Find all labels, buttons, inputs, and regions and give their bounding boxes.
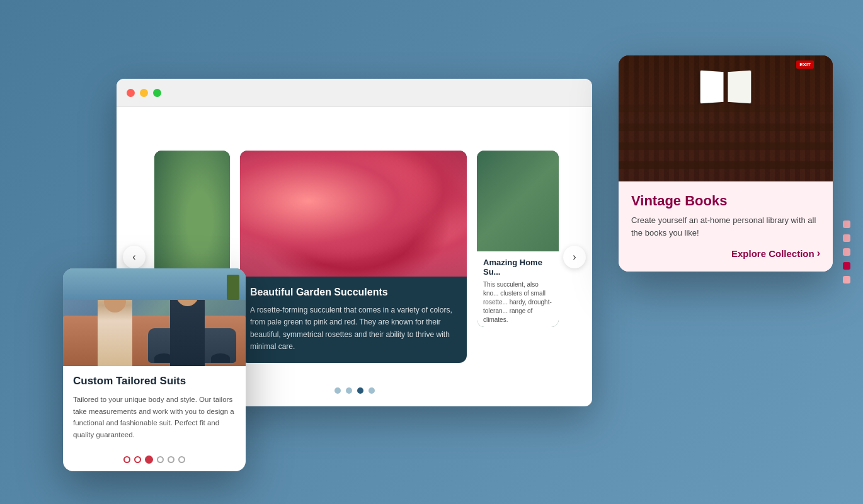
explore-collection-label: Explore Collection <box>731 248 814 259</box>
card-home-succulent[interactable]: Amazing Home Su... This succulent, also … <box>477 151 559 327</box>
suits-dot-4[interactable] <box>157 456 164 463</box>
sidebar-dot-3[interactable] <box>843 248 850 256</box>
sidebar-dots <box>843 220 850 284</box>
vintage-books-card: EXIT Vintage Books Create yourself an at… <box>619 55 833 272</box>
suits-body: Custom Tailored Suits Tailored to your u… <box>63 366 246 450</box>
open-book-icon <box>700 68 751 103</box>
sidebar-dot-1[interactable] <box>843 220 850 228</box>
sidebar-dot-4[interactable] <box>843 262 850 270</box>
carousel-dot-1[interactable] <box>334 387 341 394</box>
succulents-image <box>240 151 467 277</box>
suits-title: Custom Tailored Suits <box>73 375 236 387</box>
suits-image <box>63 268 246 366</box>
chevron-left-icon: ‹ <box>132 251 135 263</box>
vintage-books-image: EXIT <box>619 55 833 181</box>
succulents-card-body: Beautiful Garden Succulents A rosette-fo… <box>240 277 467 363</box>
vintage-books-description: Create yourself an at-home personal libr… <box>631 214 820 239</box>
bookshelf-visual: EXIT <box>619 55 833 181</box>
carousel-dot-4[interactable] <box>369 387 375 394</box>
vintage-books-body: Vintage Books Create yourself an at-home… <box>619 181 833 272</box>
carousel-dot-2[interactable] <box>346 387 352 394</box>
browser-titlebar <box>117 79 592 107</box>
suits-dot-3[interactable] <box>145 455 153 464</box>
carousel-dot-3[interactable] <box>357 387 363 394</box>
carousel-dots <box>334 387 375 394</box>
suits-card: Custom Tailored Suits Tailored to your u… <box>63 268 246 471</box>
home-succulent-image <box>477 151 559 251</box>
chevron-right-icon: › <box>573 251 576 263</box>
suits-dot-5[interactable] <box>168 456 174 463</box>
maximize-button[interactable] <box>153 89 161 97</box>
suits-dot-2[interactable] <box>134 456 141 463</box>
home-succulent-desc: This succulent, also kno... clusters of … <box>483 280 552 324</box>
succulents-description: A rosette-forming succulent that comes i… <box>250 304 457 353</box>
suits-visual <box>63 268 246 366</box>
home-succulent-title: Amazing Home Su... <box>483 258 552 277</box>
flower-pattern <box>240 151 467 277</box>
card-succulents[interactable]: Beautiful Garden Succulents A rosette-fo… <box>240 151 467 363</box>
sidebar-dot-2[interactable] <box>843 234 850 242</box>
close-button[interactable] <box>127 89 135 97</box>
suits-dot-1[interactable] <box>123 456 130 463</box>
home-succulent-body: Amazing Home Su... This succulent, also … <box>477 251 559 327</box>
vintage-books-title: Vintage Books <box>631 193 820 209</box>
succulents-title: Beautiful Garden Succulents <box>250 287 457 298</box>
carousel-arrow-left[interactable]: ‹ <box>123 246 146 268</box>
minimize-button[interactable] <box>140 89 148 97</box>
explore-collection-link[interactable]: Explore Collection › <box>631 248 820 259</box>
sidebar-dot-5[interactable] <box>843 276 850 284</box>
carousel-arrow-right[interactable]: › <box>563 246 586 268</box>
explore-chevron-icon: › <box>817 248 820 259</box>
exit-sign: EXIT <box>796 60 814 69</box>
suits-dot-6[interactable] <box>178 456 185 463</box>
suits-description: Tailored to your unique body and style. … <box>73 394 236 440</box>
